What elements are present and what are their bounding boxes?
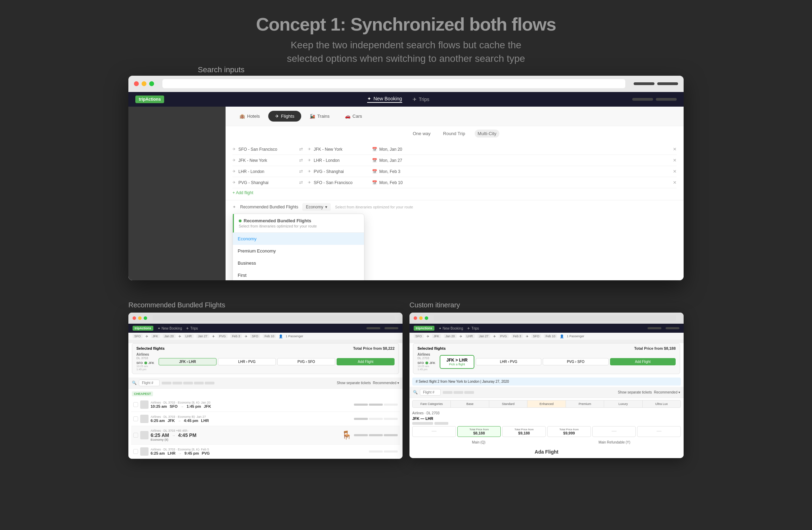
flight-checkbox-1[interactable] (133, 402, 138, 407)
right-nav-booking[interactable]: ✦ New Booking (439, 326, 463, 330)
add-flight-button[interactable]: + Add flight (232, 188, 677, 197)
flight-checkbox-4[interactable] (133, 449, 138, 454)
right-nav-trips[interactable]: ✈ Trips (467, 326, 479, 330)
right-dot-min[interactable] (419, 316, 423, 320)
price-premium[interactable]: Total Price from $9,999 (547, 426, 591, 437)
flight-search-input[interactable] (139, 380, 160, 386)
dropdown-header-title: Recommended Bundled Flights (239, 218, 359, 223)
right-logo: tripActions (414, 326, 434, 331)
address-bar[interactable] (162, 79, 625, 88)
fare-cat-ultralux[interactable]: Ultra Lux (643, 400, 680, 407)
search-inputs-label: Search inputs (198, 65, 245, 74)
cal-icon-3: 📅 (372, 169, 377, 174)
remove-flight-4[interactable]: ✕ (673, 180, 677, 185)
ada-flight-container: Ada Flight (409, 446, 684, 458)
right-green-circle (425, 362, 428, 364)
right-flight-search-input[interactable] (420, 389, 441, 396)
swap-icon-2[interactable]: ⇄ (297, 158, 305, 163)
remove-flight-2[interactable]: ✕ (673, 158, 677, 163)
dropdown-item-first[interactable]: First (233, 269, 364, 280)
flight-dest-4[interactable]: SFO - San Francisco (314, 180, 369, 185)
fare-dropdown[interactable]: Economy ▾ (302, 203, 331, 211)
minimize-dot[interactable] (142, 81, 146, 86)
left-nav-trips[interactable]: ✈ Trips (186, 326, 198, 330)
swap-icon-4[interactable]: ⇄ (297, 180, 305, 185)
tab-multi-city[interactable]: Multi-City (475, 130, 499, 138)
right-dot-expand[interactable] (425, 316, 428, 320)
segment-pvg-sfo[interactable]: PVG › SFO (277, 358, 335, 365)
flight-origin-1[interactable]: SFO - San Francisco (238, 147, 294, 152)
segment-lhr-pvg[interactable]: LHR › PVG (218, 358, 276, 365)
fare-cat-standard[interactable]: Standard (489, 400, 527, 407)
tab-flights[interactable]: ✈ Flights (268, 111, 301, 122)
left-dot-expand[interactable] (144, 316, 147, 320)
r-segment-lhr-pvg[interactable]: LHR › PVG (476, 358, 541, 365)
dropdown-item-economy[interactable]: Economy (233, 233, 364, 245)
flight-dest-1[interactable]: JFK - New York (314, 147, 369, 152)
dropdown-item-premium-economy[interactable]: Premium Economy (233, 245, 364, 257)
cheapest-badge: CHEAPEST (132, 391, 153, 396)
flight-origin-3[interactable]: LHR - London (238, 169, 294, 174)
flight-origin-4[interactable]: PVG - Shanghai (238, 180, 294, 185)
seat-illustration: 🪑 (341, 430, 352, 440)
r-add-flight-btn[interactable]: Add Flight (610, 358, 676, 365)
remove-flight-1[interactable]: ✕ (673, 147, 677, 152)
price-standard[interactable]: Total Price from $8,188 (457, 426, 501, 437)
left-nav-booking[interactable]: ✦ New Booking (158, 326, 182, 330)
r-segment-pvg-sfo[interactable]: PVG › SFO (543, 358, 608, 365)
remove-flight-3[interactable]: ✕ (673, 169, 677, 174)
flight-date-4[interactable]: 📅 Mon, Feb 10 (372, 180, 670, 185)
nav-new-booking[interactable]: ✦ New Booking (367, 96, 402, 103)
flights-row-mini: Airlines DL 3703 SFO JFK 10:25 am 1:45 p… (136, 353, 395, 371)
left-dot-min[interactable] (138, 316, 142, 320)
r-crumb-sfo: SFO (414, 334, 424, 338)
right-dot-close[interactable] (414, 316, 417, 320)
fare-cat-premium[interactable]: Premium (566, 400, 604, 407)
expand-dot[interactable] (149, 81, 154, 86)
flight-dest-2[interactable]: LHR - London (314, 158, 369, 163)
transport-tabs: 🏨 Hotels ✈ Flights 🚂 Trains 🚗 Cars (226, 107, 684, 126)
flight-checkbox-3[interactable] (133, 433, 138, 438)
price-luxury: — (592, 426, 636, 437)
fare-cat-base[interactable]: Base (451, 400, 489, 407)
fare-selector-label: Recommended Bundled Flights (240, 205, 298, 209)
flight-dest-3[interactable]: PVG - Shanghai (314, 169, 369, 174)
segment-jfk-lhr[interactable]: JFK › LHR (159, 358, 217, 365)
tab-hotels[interactable]: 🏨 Hotels (232, 111, 267, 122)
price-base: — (412, 426, 456, 437)
add-flight-btn[interactable]: Add Flight (337, 358, 395, 365)
tab-trains[interactable]: 🚂 Trains (303, 111, 337, 122)
right-results: Selected flights Total Price from $8,188… (409, 343, 684, 458)
crumb-sfo2: SFO (250, 334, 260, 338)
left-logo: tripActions (133, 326, 153, 331)
swap-icon-1[interactable]: ⇄ (297, 147, 305, 152)
fare-cat-enhanced[interactable]: Enhanced (527, 400, 566, 407)
flight-origin-2[interactable]: JFK - New York (238, 158, 294, 163)
right-browser-chrome (409, 313, 684, 324)
tab-one-way[interactable]: One way (410, 130, 433, 138)
close-dot[interactable] (134, 81, 139, 86)
tab-round-trip[interactable]: Round Trip (440, 130, 468, 138)
dropdown-item-business[interactable]: Business (233, 257, 364, 269)
flight-date-2[interactable]: 📅 Mon, Jan 27 (372, 158, 670, 163)
left-dot-close[interactable] (133, 316, 136, 320)
flight-info-1: Airlines · DL 3703 · Economy (8, K)· Jan… (151, 401, 352, 408)
fare-cat-luxury[interactable]: Luxury (604, 400, 642, 407)
passenger-icon: 👤 (279, 334, 283, 338)
dropdown-header-subtitle: Select from itineraries optimized for yo… (239, 224, 359, 228)
tab-cars[interactable]: 🚗 Cars (338, 111, 369, 122)
flight-date-1[interactable]: 📅 Mon, Jan 20 (372, 147, 670, 152)
flight-row-2: ✈ JFK - New York ⇄ ✈ LHR - London 📅 Mon,… (232, 155, 677, 166)
r-crumb-sfo2: SFO (531, 334, 541, 338)
r-crumb-jfk: JFK (432, 334, 441, 338)
swap-icon-3[interactable]: ⇄ (297, 169, 305, 174)
left-browser: tripActions ✦ New Booking ✈ Trips SFO ✈ … (128, 313, 403, 459)
airline-logo-3 (140, 431, 149, 439)
flight-date-3[interactable]: 📅 Mon, Feb 3 (372, 169, 670, 174)
flight-checkbox-2[interactable] (133, 416, 138, 421)
nav-trips[interactable]: ✈ Trips (413, 96, 430, 103)
pick-flight-box[interactable]: JFK > LHR Pick a flight (440, 355, 474, 369)
crumb-jfk: JFK (151, 334, 160, 338)
flight-row-3: ✈ LHR - London ⇄ ✈ PVG - Shanghai 📅 Mon,… (232, 166, 677, 177)
price-enhanced[interactable]: Total Price from $9,188 (502, 426, 546, 437)
